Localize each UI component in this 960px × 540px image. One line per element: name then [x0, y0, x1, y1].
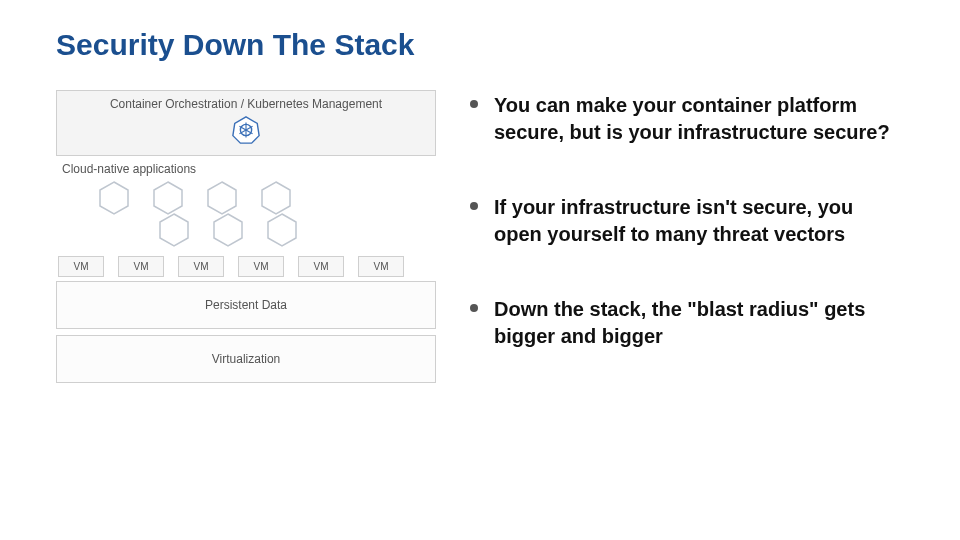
hexagon-icon — [156, 212, 192, 248]
hex-row-top — [96, 180, 436, 216]
vm-box: VM — [298, 256, 344, 277]
vm-box: VM — [58, 256, 104, 277]
stack-diagram: Container Orchestration / Kubernetes Man… — [56, 90, 436, 398]
list-item: If your infrastructure isn't secure, you… — [470, 194, 904, 248]
vm-row: VM VM VM VM VM VM — [56, 256, 436, 277]
virtualization-layer: Virtualization — [56, 335, 436, 383]
list-item: Down the stack, the "blast radius" gets … — [470, 296, 904, 350]
hexagon-icon — [150, 180, 186, 216]
hexagon-icon — [264, 212, 300, 248]
svg-marker-12 — [160, 214, 188, 246]
bullet-text: You can make your container platform sec… — [494, 92, 904, 146]
bullet-icon — [470, 100, 478, 108]
cloud-native-label: Cloud-native applications — [62, 162, 436, 176]
slide: Security Down The Stack Container Orches… — [0, 0, 960, 418]
bullet-text: If your infrastructure isn't secure, you… — [494, 194, 904, 248]
bullet-text: Down the stack, the "blast radius" gets … — [494, 296, 904, 350]
vm-box: VM — [118, 256, 164, 277]
slide-title: Security Down The Stack — [56, 28, 904, 62]
svg-marker-8 — [100, 182, 128, 214]
svg-marker-10 — [208, 182, 236, 214]
list-item: You can make your container platform sec… — [470, 92, 904, 146]
hexagon-icon — [204, 180, 240, 216]
hex-row-bottom — [156, 212, 436, 248]
svg-marker-9 — [154, 182, 182, 214]
svg-marker-11 — [262, 182, 290, 214]
orchestration-label: Container Orchestration / Kubernetes Man… — [67, 97, 425, 111]
bullet-icon — [470, 202, 478, 210]
kubernetes-icon — [231, 115, 261, 145]
orchestration-layer: Container Orchestration / Kubernetes Man… — [56, 90, 436, 156]
vm-box: VM — [178, 256, 224, 277]
persistent-data-layer: Persistent Data — [56, 281, 436, 329]
bullet-icon — [470, 304, 478, 312]
bullet-list: You can make your container platform sec… — [470, 90, 904, 398]
slide-content: Container Orchestration / Kubernetes Man… — [56, 90, 904, 398]
hexagon-icon — [258, 180, 294, 216]
vm-box: VM — [358, 256, 404, 277]
svg-marker-13 — [214, 214, 242, 246]
vm-box: VM — [238, 256, 284, 277]
hexagon-icon — [96, 180, 132, 216]
hexagon-icon — [210, 212, 246, 248]
svg-marker-14 — [268, 214, 296, 246]
